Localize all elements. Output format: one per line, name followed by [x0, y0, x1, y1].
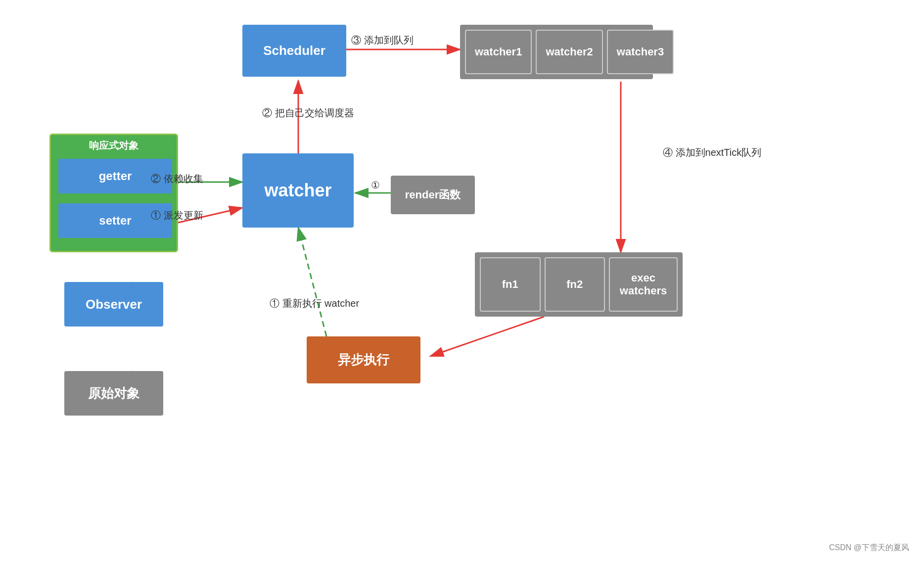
watcher3-item: watcher3 — [607, 30, 674, 74]
watermark: CSDN @下雪天的夏风 — [829, 543, 909, 553]
fn-queue: fn1 fn2 exec watchers — [475, 252, 683, 317]
add-to-queue-label: ③ 添加到队列 — [351, 34, 414, 47]
exec-watchers-item: exec watchers — [609, 257, 678, 312]
observer-box: Observer — [64, 282, 163, 327]
watcher2-item: watcher2 — [536, 30, 602, 74]
watcher1-item: watcher1 — [465, 30, 532, 74]
watcher-box: watcher — [242, 153, 354, 228]
arrow1-label: ① — [371, 179, 380, 191]
original-object-box: 原始对象 — [64, 371, 163, 416]
dep-collect-label: ② 依赖收集 — [151, 172, 203, 186]
reactive-object-box: 响应式对象 getter setter — [49, 134, 178, 252]
render-func-box: render函数 — [391, 176, 475, 214]
fn1-item: fn1 — [480, 257, 541, 312]
async-exec-box: 异步执行 — [307, 336, 420, 383]
reactive-object-label: 响应式对象 — [89, 139, 139, 152]
fn2-item: fn2 — [545, 257, 605, 312]
reexec-watcher-label: ① 重新执行 watcher — [270, 297, 359, 310]
add-to-nexttick-label: ④ 添加到nextTick队列 — [663, 146, 761, 159]
dispatch-update-label: ① 派发更新 — [151, 209, 203, 222]
watcher-queue: watcher1 watcher2 watcher3 — [460, 25, 653, 79]
submit-to-scheduler-label: ② 把自己交给调度器 — [262, 106, 354, 120]
scheduler-box: Scheduler — [242, 25, 346, 77]
